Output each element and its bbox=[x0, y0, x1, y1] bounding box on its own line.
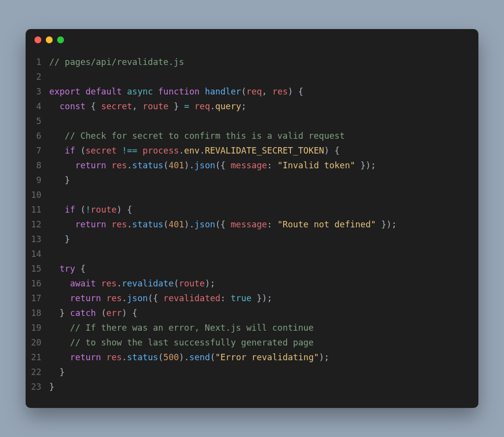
code-content[interactable] bbox=[49, 114, 55, 128]
token-pl bbox=[101, 293, 106, 303]
code-line[interactable]: 8 return res.status(401).json({ message:… bbox=[26, 158, 478, 173]
line-number: 14 bbox=[26, 247, 49, 261]
token-fn: status bbox=[127, 352, 158, 362]
token-pn: , bbox=[132, 101, 143, 111]
code-line[interactable]: 17 return res.json({ revalidated: true }… bbox=[26, 291, 478, 306]
token-pl bbox=[49, 205, 65, 215]
code-content[interactable]: } bbox=[49, 173, 70, 187]
token-pn: }); bbox=[376, 219, 397, 229]
code-line[interactable]: 4 const { secret, route } = req.query; bbox=[26, 99, 478, 114]
token-pl bbox=[49, 338, 70, 347]
code-line[interactable]: 2 bbox=[26, 69, 478, 84]
line-number: 6 bbox=[26, 128, 49, 143]
code-line[interactable]: 18 } catch (err) { bbox=[26, 306, 478, 320]
line-number: 9 bbox=[26, 173, 49, 187]
code-content[interactable]: // pages/api/revalidate.js bbox=[49, 55, 184, 69]
code-content[interactable]: try { bbox=[49, 261, 86, 276]
line-number: 23 bbox=[26, 379, 49, 394]
token-fn: status bbox=[132, 219, 163, 229]
code-content[interactable] bbox=[49, 247, 55, 261]
code-line[interactable]: 3export default async function handler(r… bbox=[26, 84, 478, 99]
code-line[interactable]: 7 if (secret !== process.env.REVALIDATE_… bbox=[26, 143, 478, 158]
zoom-icon[interactable] bbox=[57, 36, 64, 43]
token-pr: query bbox=[215, 101, 241, 111]
code-content[interactable]: return res.status(401).json({ message: "… bbox=[49, 158, 376, 173]
code-content[interactable]: return res.status(401).json({ message: "… bbox=[49, 217, 397, 232]
token-pn: ({ bbox=[215, 160, 231, 170]
code-line[interactable]: 15 try { bbox=[26, 261, 478, 276]
token-pn: . bbox=[200, 146, 205, 156]
line-number: 10 bbox=[26, 187, 49, 202]
line-number: 5 bbox=[26, 114, 49, 128]
code-content[interactable]: // to show the last successfully generat… bbox=[49, 335, 314, 350]
code-content[interactable]: export default async function handler(re… bbox=[49, 84, 303, 99]
token-cm: // to show the last successfully generat… bbox=[70, 338, 314, 347]
code-content[interactable]: await res.revalidate(route); bbox=[49, 276, 215, 291]
code-content[interactable]: } bbox=[49, 379, 55, 394]
code-line[interactable]: 5 bbox=[26, 114, 478, 128]
code-line[interactable]: 16 await res.revalidate(route); bbox=[26, 276, 478, 291]
code-content[interactable]: if (secret !== process.env.REVALIDATE_SE… bbox=[49, 143, 340, 158]
code-line[interactable]: 14 bbox=[26, 247, 478, 261]
line-number: 13 bbox=[26, 232, 49, 247]
code-line[interactable]: 23} bbox=[26, 379, 478, 394]
close-icon[interactable] bbox=[34, 36, 41, 43]
code-line[interactable]: 13 } bbox=[26, 232, 478, 247]
token-op: !== bbox=[122, 146, 138, 156]
code-content[interactable]: } catch (err) { bbox=[49, 306, 137, 320]
token-pl bbox=[49, 234, 65, 244]
token-pl bbox=[189, 101, 195, 111]
token-pn: ). bbox=[184, 160, 194, 170]
code-content[interactable]: return res.json({ revalidated: true }); bbox=[49, 291, 272, 306]
code-line[interactable]: 1// pages/api/revalidate.js bbox=[26, 55, 478, 69]
code-content[interactable]: if (!route) { bbox=[49, 202, 132, 217]
code-content[interactable]: // Check for secret to confirm this is a… bbox=[49, 128, 345, 143]
code-line[interactable]: 11 if (!route) { bbox=[26, 202, 478, 217]
code-line[interactable]: 21 return res.status(500).send("Error re… bbox=[26, 350, 478, 365]
code-content[interactable]: const { secret, route } = req.query; bbox=[49, 99, 246, 114]
token-pn: ; bbox=[241, 101, 247, 111]
token-id: route bbox=[179, 279, 205, 288]
token-pn: } bbox=[60, 308, 70, 318]
token-id: process bbox=[143, 146, 179, 156]
line-number: 17 bbox=[26, 291, 49, 306]
token-id: req bbox=[194, 101, 210, 111]
token-pn: ) { bbox=[324, 146, 340, 156]
token-pl bbox=[106, 160, 112, 170]
code-line[interactable]: 10 bbox=[26, 187, 478, 202]
minimize-icon[interactable] bbox=[46, 36, 53, 43]
code-line[interactable]: 6 // Check for secret to confirm this is… bbox=[26, 128, 478, 143]
token-pl bbox=[49, 323, 70, 333]
token-pn: ( bbox=[101, 308, 106, 318]
token-str: "Error revalidating" bbox=[215, 352, 319, 362]
code-editor[interactable]: 1// pages/api/revalidate.js2 3export def… bbox=[26, 51, 478, 408]
code-line[interactable]: 9 } bbox=[26, 173, 478, 187]
code-content[interactable]: // If there was an error, Next.js will c… bbox=[49, 320, 314, 335]
token-pn: . bbox=[122, 352, 127, 362]
code-content[interactable]: } bbox=[49, 365, 65, 379]
code-line[interactable]: 19 // If there was an error, Next.js wil… bbox=[26, 320, 478, 335]
token-pn: { bbox=[91, 101, 101, 111]
token-kw: return bbox=[75, 160, 106, 170]
code-content[interactable] bbox=[49, 187, 55, 202]
token-num: 401 bbox=[168, 219, 184, 229]
token-pl bbox=[101, 352, 106, 362]
code-line[interactable]: 12 return res.status(401).json({ message… bbox=[26, 217, 478, 232]
token-pl bbox=[49, 160, 75, 170]
token-pn: . bbox=[122, 293, 127, 303]
token-pn: ( bbox=[163, 160, 169, 170]
code-line[interactable]: 20 // to show the last successfully gene… bbox=[26, 335, 478, 350]
token-pl bbox=[49, 352, 70, 362]
token-pn: ({ bbox=[148, 293, 163, 303]
line-number: 3 bbox=[26, 84, 49, 99]
token-pn: ); bbox=[205, 279, 215, 288]
code-content[interactable]: } bbox=[49, 232, 70, 247]
code-content[interactable]: return res.status(500).send("Error reval… bbox=[49, 350, 329, 365]
token-kw: return bbox=[70, 293, 101, 303]
token-cm: // Check for secret to confirm this is a… bbox=[65, 131, 345, 141]
token-pl bbox=[49, 219, 75, 229]
token-pl bbox=[106, 219, 112, 229]
code-line[interactable]: 22 } bbox=[26, 365, 478, 379]
code-content[interactable] bbox=[49, 69, 55, 84]
token-pl bbox=[49, 264, 60, 274]
